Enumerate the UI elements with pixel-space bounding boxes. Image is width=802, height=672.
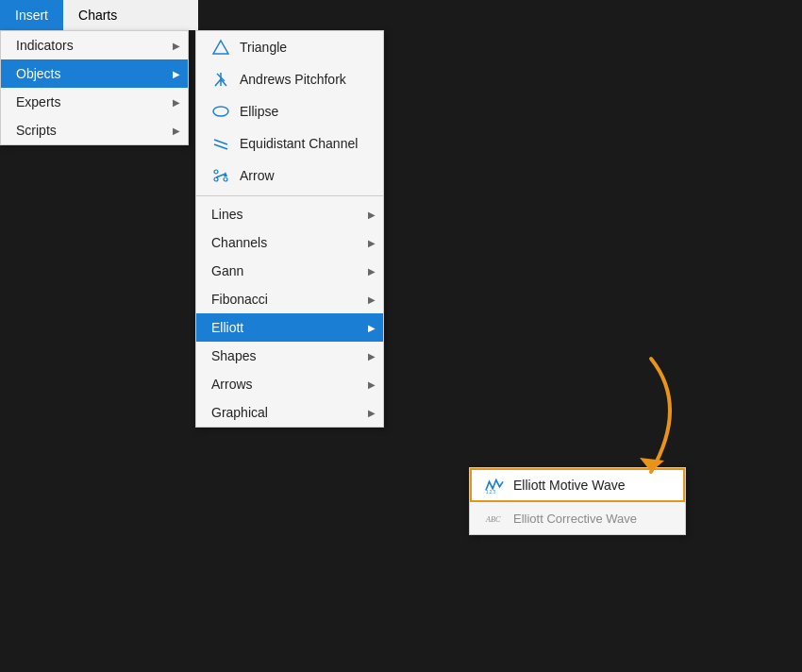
svg-line-7 xyxy=(214,144,227,149)
menu-item-arrow[interactable]: Arrow xyxy=(196,160,383,192)
svg-text:ABC: ABC xyxy=(485,515,501,524)
arrows-label: Arrows xyxy=(211,377,253,392)
svg-point-10 xyxy=(214,170,218,174)
channels-label: Channels xyxy=(211,235,267,250)
elliott-label: Elliott xyxy=(211,320,243,335)
menu-item-graphical[interactable]: Graphical xyxy=(196,398,383,427)
svg-marker-0 xyxy=(213,41,228,54)
objects-submenu: Triangle Andrews Pitchfork Ellipse xyxy=(195,30,384,428)
menu-bar: Insert Charts xyxy=(0,0,198,30)
corrective-wave-label: Elliott Corrective Wave xyxy=(513,512,637,526)
menu-item-triangle[interactable]: Triangle xyxy=(196,31,383,63)
triangle-label: Triangle xyxy=(240,40,287,55)
menu-item-arrows[interactable]: Arrows xyxy=(196,370,383,398)
scripts-label: Scripts xyxy=(16,123,57,138)
menu-item-equidistant-channel[interactable]: Equidistant Channel xyxy=(196,127,383,160)
graphical-label: Graphical xyxy=(211,405,268,420)
motive-wave-icon: 1.2.3 xyxy=(485,476,504,495)
menu-item-objects[interactable]: Objects xyxy=(1,59,188,88)
menu-item-ellipse[interactable]: Ellipse xyxy=(196,95,383,127)
svg-line-2 xyxy=(215,79,221,86)
separator-1 xyxy=(196,195,383,196)
channel-label: Equidistant Channel xyxy=(240,136,358,151)
menu-item-andrews-pitchfork[interactable]: Andrews Pitchfork xyxy=(196,63,383,95)
svg-line-6 xyxy=(214,140,227,144)
svg-point-9 xyxy=(224,177,227,181)
arrow-label: Arrow xyxy=(240,168,275,183)
motive-wave-label: Elliott Motive Wave xyxy=(513,478,626,493)
menu-item-shapes[interactable]: Shapes xyxy=(196,342,383,370)
pitchfork-icon xyxy=(211,70,230,89)
insert-dropdown: Indicators Objects Experts Scripts xyxy=(0,30,189,145)
arrow-objects-icon xyxy=(211,166,230,185)
experts-label: Experts xyxy=(16,94,60,109)
gann-label: Gann xyxy=(211,263,243,278)
indicators-label: Indicators xyxy=(16,38,74,53)
menu-item-lines[interactable]: Lines xyxy=(196,200,383,228)
menu-item-experts[interactable]: Experts xyxy=(1,88,188,116)
channel-icon xyxy=(211,134,230,153)
lines-label: Lines xyxy=(211,207,242,222)
menu-item-scripts[interactable]: Scripts xyxy=(1,116,188,144)
menu-item-elliott[interactable]: Elliott xyxy=(196,313,383,342)
ellipse-label: Ellipse xyxy=(240,104,278,119)
menu-item-elliott-motive-wave[interactable]: 1.2.3 Elliott Motive Wave xyxy=(470,468,685,502)
menu-item-gann[interactable]: Gann xyxy=(196,257,383,285)
svg-point-8 xyxy=(214,177,218,181)
menu-item-indicators[interactable]: Indicators xyxy=(1,31,188,59)
triangle-icon xyxy=(211,38,230,57)
svg-point-5 xyxy=(213,107,228,116)
objects-label: Objects xyxy=(16,66,60,81)
shapes-label: Shapes xyxy=(211,348,256,363)
menu-item-channels[interactable]: Channels xyxy=(196,228,383,257)
pitchfork-label: Andrews Pitchfork xyxy=(240,72,346,87)
svg-text:1.2.3: 1.2.3 xyxy=(486,490,496,495)
corrective-wave-icon: ABC xyxy=(485,509,504,528)
menu-insert[interactable]: Insert xyxy=(0,0,63,30)
menu-item-fibonacci[interactable]: Fibonacci xyxy=(196,285,383,313)
elliott-submenu: 1.2.3 Elliott Motive Wave ABC Elliott Co… xyxy=(469,467,686,535)
fibonacci-label: Fibonacci xyxy=(211,292,268,307)
ellipse-icon xyxy=(211,102,230,121)
menu-charts[interactable]: Charts xyxy=(63,0,132,30)
menu-item-elliott-corrective-wave[interactable]: ABC Elliott Corrective Wave xyxy=(470,502,685,534)
